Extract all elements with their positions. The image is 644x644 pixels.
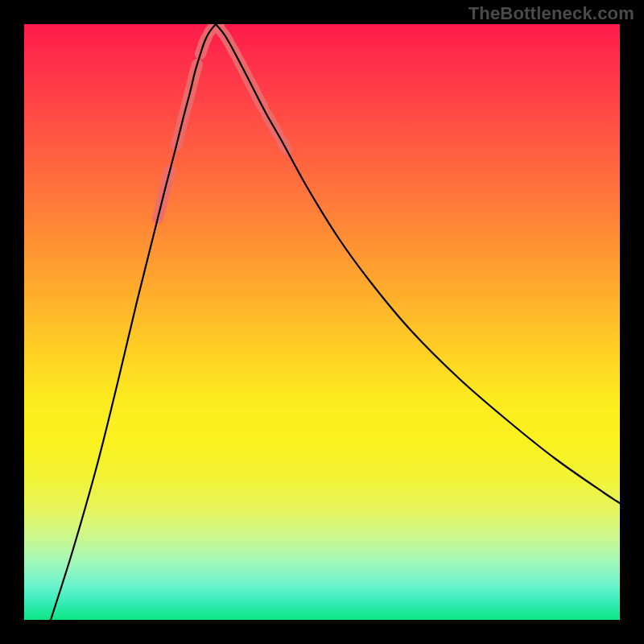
attribution-text: TheBottleneck.com	[469, 3, 634, 24]
right-curve	[216, 24, 620, 503]
curve-layer	[24, 24, 620, 620]
left-curve	[51, 24, 216, 620]
plot-area	[24, 24, 620, 620]
marker-group	[158, 24, 287, 218]
chart-frame: TheBottleneck.com	[0, 0, 644, 644]
